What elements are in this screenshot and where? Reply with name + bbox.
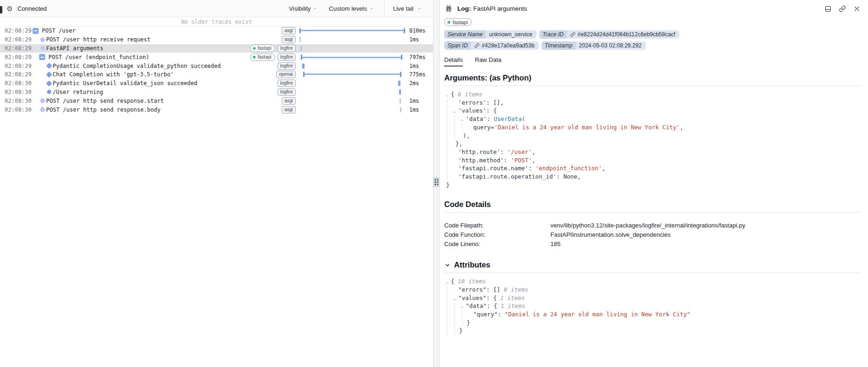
tree-guide (447, 302, 448, 310)
tree-guide (447, 99, 448, 107)
trace-label: POST /user (endpoint_function) (48, 54, 149, 60)
span-diamond-icon (46, 63, 52, 69)
collapse-span-icon[interactable] (33, 28, 39, 34)
code-segment: 'data' (466, 115, 487, 122)
trace-row[interactable]: 02:08:30POST /user http send response.bo… (0, 105, 433, 114)
log-detail-header: Log: FastAPI arguments (444, 4, 861, 13)
json-line: }, (444, 140, 861, 148)
tree-guide (447, 123, 448, 132)
trace-row[interactable]: 02:08:29FastAPI argumentsfastapilogfire (0, 44, 433, 53)
chip-value[interactable]: #428e17a0ea9ad53b (471, 41, 538, 50)
json-line: } (444, 327, 861, 335)
json-line: 'errors': [], (444, 99, 861, 107)
timeline-cell (299, 70, 405, 79)
trace-row[interactable]: 02:08:29Chat Completion with 'gpt-3.5-tu… (0, 70, 433, 79)
tab-details[interactable]: Details (444, 56, 463, 67)
trace-row[interactable]: 02:08:30Pydantic UserDetail validate_jso… (0, 79, 433, 88)
chip-label: Span ID (444, 41, 471, 50)
collapse-chevron-icon[interactable] (445, 92, 449, 97)
visibility-dropdown[interactable]: Visibility (284, 0, 324, 17)
trace-tags: asgi (282, 106, 299, 113)
code-segment: }, (455, 140, 462, 147)
connection-status: Connected (17, 5, 47, 12)
tree-guide (462, 319, 462, 327)
trace-tags: fastapilogfire (250, 53, 299, 61)
chip-value: unknown_service (486, 30, 536, 39)
duration-label: 810ms (405, 27, 430, 34)
duration-label: 1ms (405, 63, 430, 69)
code-segment: : (498, 311, 505, 318)
code-segment: } (446, 181, 450, 188)
timeline-cell (299, 79, 405, 88)
trace-row[interactable]: 02:08:30/User returninglogfire (0, 88, 433, 97)
service-tag: fastapi (250, 45, 275, 52)
collapse-span-icon[interactable] (39, 54, 45, 60)
live-tail-dropdown[interactable]: Live tail (384, 0, 433, 17)
service-tag: asgi (282, 106, 296, 113)
tree-guide (454, 319, 455, 327)
duration-label: 1ms (405, 98, 430, 104)
collapse-chevron-icon[interactable] (460, 117, 464, 121)
custom-levels-dropdown[interactable]: Custom levels (323, 0, 380, 17)
code-segment: 'POST' (511, 157, 532, 164)
timeline-cell (299, 96, 405, 105)
trace-row[interactable]: 02:08:29POST /userasgi810ms (0, 27, 433, 35)
tree-guide (454, 123, 455, 132)
duration-bar (400, 98, 401, 103)
collapse-chevron-icon[interactable] (460, 304, 464, 308)
code-segment: "Daniel is a 24 year old man living in N… (505, 311, 691, 318)
collapse-chevron-icon[interactable] (445, 279, 449, 284)
chip-value[interactable]: #e8224d24d41f064b112c6eb9cb58cacf (567, 30, 679, 39)
duration-bar (303, 72, 401, 77)
panel-layout-icon[interactable] (824, 5, 832, 13)
duration-bar (300, 46, 302, 51)
panel-resize-divider[interactable] (433, 0, 440, 367)
code-segment: : (487, 115, 494, 122)
settings-gear-icon[interactable]: ⚙ (7, 5, 13, 12)
collapse-chevron-icon[interactable] (452, 296, 457, 300)
json-line: } (444, 181, 861, 189)
copy-link-icon[interactable] (839, 5, 846, 13)
json-line: 'data': UserData( (444, 115, 861, 123)
metadata-chip: Service Nameunknown_service (444, 30, 536, 39)
resize-grip-handle[interactable] (434, 177, 440, 187)
trace-tags: openai (276, 71, 299, 78)
trace-row[interactable]: 02:08:30POST /user http send response.st… (0, 96, 433, 105)
trace-tags: logfire (278, 62, 299, 70)
code-segment: , (532, 157, 536, 164)
trace-label: Pydantic CompletionUsage validate_python… (53, 63, 221, 69)
tree-guide (447, 319, 448, 327)
timeline-cell (299, 27, 405, 35)
trace-panel: ⚙ Connected Visibility Custom levels Liv… (0, 0, 433, 367)
json-line: "data": { 1 items (444, 302, 861, 310)
service-tag: logfire (278, 80, 296, 87)
timeline-cell (299, 53, 405, 61)
duration-bar (399, 89, 401, 94)
collapse-chevron-icon[interactable] (444, 262, 451, 268)
json-line: "values": { 1 items (444, 294, 861, 302)
timeline-cell (299, 105, 405, 114)
collapse-chevron-icon[interactable] (452, 108, 457, 113)
trace-row[interactable]: 02:08:29POST /user http receive requesta… (0, 35, 433, 44)
json-line: 'http.route': '/user', (444, 148, 861, 156)
code-segment: : [], (486, 99, 504, 106)
json-line: { 6 items (444, 90, 861, 99)
log-detail-panel: Log: FastAPI arguments fastapi Service N… (440, 0, 868, 367)
trace-timestamp: 02:08:29 (5, 36, 33, 43)
trace-row[interactable]: 02:08:29POST /user (endpoint_function)fa… (0, 53, 433, 61)
service-tag: logfire (278, 53, 296, 61)
code-segment: UserData( (494, 115, 525, 122)
trace-timestamp: 02:08:29 (5, 63, 33, 69)
tab-raw-data[interactable]: Raw Data (475, 56, 502, 67)
code-segment: 'Daniel is a 24 year old man living in N… (494, 124, 680, 131)
trace-row[interactable]: 02:08:29Pydantic CompletionUsage validat… (0, 61, 433, 70)
arguments-section-title: Arguments: (as Python) (444, 73, 861, 82)
code-detail-label: Code Function: (444, 231, 550, 240)
duration-bar (301, 54, 402, 60)
trace-tags: fastapilogfire (250, 45, 299, 52)
service-tag: asgi (282, 27, 296, 34)
close-icon[interactable] (853, 5, 861, 13)
json-line: "query": "Daniel is a 24 year old man li… (444, 310, 861, 319)
code-segment: "query" (473, 311, 498, 318)
code-segment: "errors" (458, 286, 486, 293)
